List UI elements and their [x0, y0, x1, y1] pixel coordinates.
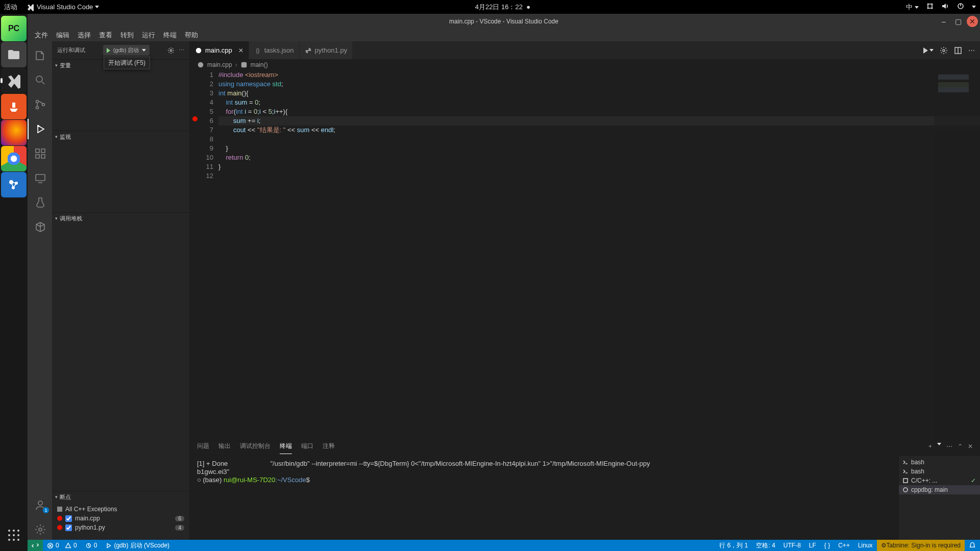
- activity-settings[interactable]: [28, 519, 52, 540]
- terminal-item[interactable]: bash: [899, 467, 980, 476]
- tab-main-cpp[interactable]: C main.cpp ✕: [190, 41, 249, 59]
- menu-run[interactable]: 运行: [138, 30, 159, 41]
- status-indent[interactable]: 空格: 4: [752, 541, 779, 550]
- code-editor[interactable]: 123456789101112 #include <iostream> usin…: [190, 70, 980, 440]
- breakpoint-dot-icon[interactable]: [192, 116, 198, 121]
- status-eol[interactable]: LF: [805, 542, 820, 549]
- terminal-item-debug[interactable]: cppdbg: main: [899, 485, 980, 494]
- panel-tab-debug[interactable]: 调试控制台: [240, 442, 271, 454]
- desktop-launcher: PC: [0, 14, 28, 551]
- activity-scm[interactable]: [28, 94, 52, 115]
- debug-config-label: (gdb) 启动: [113, 46, 139, 54]
- status-tabnine[interactable]: ⚙ Tabnine: Sign-in is required: [877, 540, 965, 551]
- section-callstack[interactable]: 调用堆栈: [52, 213, 189, 224]
- run-button[interactable]: [923, 47, 934, 54]
- svg-rect-28: [41, 155, 45, 158]
- more-icon[interactable]: ⋯: [968, 46, 975, 54]
- status-brace[interactable]: { }: [820, 542, 834, 549]
- status-errors[interactable]: 0 0: [43, 542, 81, 549]
- launcher-chrome[interactable]: [1, 146, 27, 171]
- tab-python1-py[interactable]: python1.py: [300, 41, 353, 59]
- more-icon[interactable]: ⋯: [179, 47, 184, 54]
- launcher-apps-grid[interactable]: [1, 522, 27, 548]
- section-watch[interactable]: 监视: [52, 131, 189, 142]
- svg-point-24: [37, 125, 39, 127]
- breakpoint-item[interactable]: main.cpp 6: [57, 514, 184, 523]
- activity-debug[interactable]: [28, 119, 52, 139]
- menu-view[interactable]: 查看: [95, 30, 116, 41]
- section-breakpoints[interactable]: 断点: [52, 491, 189, 503]
- breakpoint-exceptions[interactable]: All C++ Exceptions: [57, 505, 184, 514]
- menu-edit[interactable]: 编辑: [52, 30, 74, 41]
- activity-test[interactable]: [28, 192, 52, 213]
- activity-account[interactable]: 1: [28, 495, 52, 515]
- gear-icon[interactable]: [940, 46, 948, 55]
- status-notifications[interactable]: [965, 541, 980, 550]
- code-text[interactable]: #include <iostream> using namespace std;…: [218, 70, 980, 440]
- maximize-button[interactable]: ▢: [952, 16, 964, 27]
- more-icon[interactable]: ⋯: [946, 443, 952, 453]
- power-icon[interactable]: [957, 2, 965, 12]
- close-button[interactable]: ✕: [967, 16, 978, 27]
- minimap[interactable]: [934, 70, 980, 440]
- svg-point-18: [13, 539, 15, 541]
- volume-icon[interactable]: [941, 2, 949, 12]
- new-terminal-icon[interactable]: +: [928, 443, 932, 453]
- launcher-vscode[interactable]: [1, 68, 27, 93]
- tooltip: 开始调试 (F5): [104, 57, 150, 69]
- panel-tab-output[interactable]: 输出: [218, 442, 231, 454]
- cpp-file-icon: [197, 61, 204, 68]
- breadcrumb[interactable]: main.cpp › main(): [190, 59, 980, 70]
- activity-explorer[interactable]: [28, 45, 52, 66]
- gear-icon[interactable]: [167, 47, 175, 54]
- cpp-file-icon: C: [195, 47, 202, 54]
- activity-remote[interactable]: [28, 168, 52, 188]
- status-os[interactable]: Linux: [854, 542, 877, 549]
- status-cursor[interactable]: 行 6，列 1: [715, 541, 752, 550]
- status-encoding[interactable]: UTF-8: [779, 542, 805, 549]
- menu-help[interactable]: 帮助: [181, 30, 202, 41]
- status-lang[interactable]: C++: [834, 542, 854, 549]
- launcher-files[interactable]: [1, 42, 27, 67]
- status-debug-config[interactable]: (gdb) 启动 (VScode): [101, 541, 174, 550]
- launcher-firefox[interactable]: [1, 120, 27, 145]
- ime-indicator[interactable]: 中: [906, 3, 919, 12]
- activity-extensions[interactable]: [28, 143, 52, 164]
- split-icon[interactable]: [954, 46, 962, 55]
- svg-point-36: [943, 49, 945, 52]
- launcher-pycharm[interactable]: PC: [1, 16, 27, 41]
- breakpoint-item[interactable]: python1.py 4: [57, 523, 184, 532]
- debug-config-dropdown[interactable]: (gdb) 启动 开始调试 (F5): [103, 45, 150, 56]
- menu-file[interactable]: 文件: [31, 30, 52, 41]
- menu-terminal[interactable]: 终端: [159, 30, 181, 41]
- remote-button[interactable]: [28, 540, 43, 551]
- breakpoint-checkbox[interactable]: [65, 515, 72, 522]
- tab-tasks-json[interactable]: {} tasks.json: [249, 41, 300, 59]
- app-menu[interactable]: Visual Studio Code: [27, 3, 99, 11]
- breakpoint-checkbox[interactable]: [65, 524, 72, 531]
- launcher-app[interactable]: [1, 172, 27, 197]
- activity-containers[interactable]: [28, 217, 52, 237]
- network-icon[interactable]: [926, 2, 934, 12]
- activity-search[interactable]: [28, 70, 52, 90]
- terminal[interactable]: [1] + Done "/usr/bin/gdb" --interpreter=…: [190, 456, 898, 540]
- panel-tab-terminal[interactable]: 终端: [280, 442, 292, 454]
- terminal-item[interactable]: bash: [899, 458, 980, 467]
- terminal-item[interactable]: C/C++: ...✓: [899, 476, 980, 485]
- bottom-panel: 问题 输出 调试控制台 终端 端口 注释 + ⋯ ⌃ ✕: [190, 440, 980, 540]
- activities-button[interactable]: 活动: [4, 3, 17, 12]
- clock[interactable]: 4月22日 16：22 ●: [99, 3, 906, 12]
- menu-goto[interactable]: 转到: [116, 30, 138, 41]
- panel-tab-comments[interactable]: 注释: [323, 442, 335, 454]
- status-ports[interactable]: 0: [81, 542, 102, 549]
- minimize-button[interactable]: –: [938, 16, 949, 27]
- maximize-panel-icon[interactable]: ⌃: [958, 443, 963, 453]
- line-numbers: 123456789101112: [200, 70, 218, 440]
- close-panel-icon[interactable]: ✕: [968, 443, 973, 453]
- menu-select[interactable]: 选择: [74, 30, 95, 41]
- panel-tab-ports[interactable]: 端口: [301, 442, 313, 454]
- close-tab-icon[interactable]: ✕: [238, 47, 243, 54]
- launcher-software[interactable]: [1, 94, 27, 119]
- chevron-down-icon[interactable]: [937, 443, 941, 448]
- panel-tab-problems[interactable]: 问题: [197, 442, 209, 454]
